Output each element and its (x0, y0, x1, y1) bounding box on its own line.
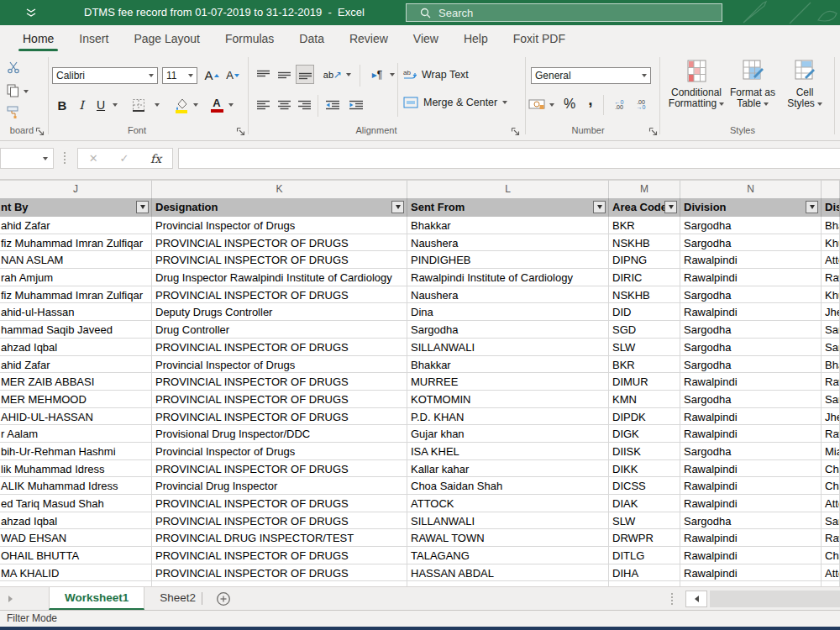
bottom-align-button[interactable] (296, 65, 314, 84)
filter-dropdown-button[interactable] (593, 201, 606, 213)
table-cell[interactable]: Rawalpindi (680, 303, 822, 321)
column-letter-N[interactable]: N (680, 181, 822, 198)
formula-bar-grip[interactable] (64, 152, 66, 164)
table-cell[interactable]: DIPDK (609, 408, 680, 426)
table-cell[interactable]: OHAIL BHUTTA (0, 547, 152, 564)
table-cell[interactable]: DIGK (609, 425, 680, 443)
table-cell[interactable]: Sargodha (680, 286, 822, 304)
table-cell[interactable]: Rawalpindi (680, 269, 822, 286)
underline-dropdown-icon[interactable] (113, 103, 118, 107)
column-letter-J[interactable]: J (0, 181, 152, 198)
tab-home[interactable]: Home (10, 25, 66, 53)
table-cell[interactable]: Bhakkar (407, 356, 609, 374)
table-cell[interactable]: Attock (822, 495, 840, 512)
increase-font-size-button[interactable]: A (202, 66, 221, 84)
table-cell[interactable]: fiz Muhammad Imran Zulfiqar (0, 234, 152, 252)
table-cell[interactable]: KMN (609, 391, 680, 408)
table-cell[interactable]: Rawalpindi (680, 495, 822, 512)
table-cell[interactable]: Rawalpindi (680, 547, 822, 564)
table-cell[interactable]: BKR (609, 217, 680, 234)
borders-dropdown-icon[interactable] (155, 103, 160, 107)
table-cell[interactable]: SILLANWALI (407, 339, 609, 356)
table-cell[interactable]: MA KHALID (0, 564, 152, 582)
tab-data[interactable]: Data (286, 25, 337, 53)
table-cell[interactable]: PROVINCIAL INSPECTOR OF DRUGS (152, 339, 407, 356)
table-cell[interactable]: Rawalpindi Institute of Cardiology (407, 269, 609, 286)
table-cell[interactable]: SGD (609, 321, 680, 339)
table-cell[interactable]: Sargodha (407, 321, 609, 339)
fill-color-button[interactable] (173, 96, 190, 114)
sheet-tab-worksheet1[interactable]: Worksheet1 (49, 587, 144, 610)
cancel-icon[interactable]: ✕ (89, 152, 98, 165)
table-cell[interactable]: RAWAL TOWN (407, 529, 609, 547)
table-cell[interactable]: Provisional Drug Inspector/DDC (152, 425, 407, 443)
table-cell[interactable]: MER ZAIB ABBASI (0, 373, 152, 391)
table-cell[interactable]: ahid-ul-Hassan (0, 303, 152, 321)
table-cell[interactable]: SILLANWALI (407, 512, 609, 530)
table-cell[interactable]: Kallar kahar (407, 460, 609, 478)
filter-header-area-code[interactable]: Area Code (609, 198, 680, 217)
table-cell[interactable]: HASSAN ABDAL (407, 564, 609, 582)
table-cell[interactable]: NAN ASLAM (0, 251, 152, 269)
table-cell[interactable]: KOTMOMIN (407, 391, 609, 408)
table-cell[interactable]: Sargodha (680, 512, 822, 530)
table-cell[interactable]: Sargodha (680, 217, 822, 234)
table-cell[interactable]: Deputy Drugs Controller (152, 303, 407, 321)
table-cell[interactable]: DIMUR (609, 373, 680, 391)
tab-scrollbar-grip[interactable] (671, 593, 673, 605)
name-box[interactable] (0, 148, 54, 169)
percent-style-button[interactable]: % (561, 96, 578, 113)
formula-input[interactable] (178, 148, 840, 169)
filter-header-sent-from[interactable]: Sent From (407, 198, 609, 217)
filter-dropdown-button[interactable] (391, 201, 404, 213)
bold-button[interactable]: B (55, 97, 69, 113)
table-cell[interactable]: Drug Controller (152, 321, 407, 339)
filter-dropdown-button[interactable] (806, 201, 818, 213)
orientation-button[interactable]: ab↗ (322, 66, 344, 83)
increase-indent-button[interactable] (347, 97, 365, 113)
cut-button[interactable] (5, 60, 22, 75)
table-cell[interactable]: PROVINCIAL INSPECTOR OF DRUGS (152, 512, 407, 530)
table-cell[interactable]: Sargodha (822, 512, 840, 530)
horizontal-scrollbar-thumb[interactable] (710, 591, 840, 607)
table-cell[interactable]: PROVINCIAL DRUG INSPECTOR/TEST (152, 529, 407, 547)
table-cell[interactable]: Naushera (407, 234, 609, 252)
table-cell[interactable]: Rawalpindi (822, 269, 840, 286)
copy-button[interactable] (4, 83, 21, 98)
clipboard-dialog-launcher-icon[interactable] (35, 127, 45, 136)
table-cell[interactable]: Drug Inspector Rawalpindi Institute of C… (152, 269, 407, 286)
search-box[interactable]: Search (406, 3, 722, 22)
alignment-dialog-launcher-icon[interactable] (511, 127, 520, 136)
table-cell[interactable]: ahid Zafar (0, 217, 152, 234)
text-direction-dropdown-icon[interactable] (390, 73, 395, 76)
align-right-button[interactable] (296, 97, 312, 113)
table-cell[interactable]: DICSS (609, 477, 680, 495)
decrease-indent-button[interactable] (323, 97, 342, 113)
table-cell[interactable]: DRWPR (609, 529, 680, 547)
table-cell[interactable]: r Aalam (0, 425, 152, 443)
table-cell[interactable]: Sargodha (680, 443, 822, 460)
table-cell[interactable]: ahzad Iqbal (0, 339, 152, 356)
insert-function-icon[interactable]: fx (150, 152, 161, 165)
format-painter-button[interactable] (4, 104, 23, 119)
font-name-select[interactable]: Calibri (52, 67, 158, 84)
table-cell[interactable]: ATTOCK (407, 495, 609, 512)
table-cell[interactable]: BKR (609, 356, 680, 374)
table-cell[interactable]: rah Amjum (0, 269, 152, 286)
tab-formulas[interactable]: Formulas (213, 25, 286, 53)
cell-styles-button[interactable]: Cell Styles (771, 60, 838, 109)
table-cell[interactable]: Sargodha (822, 321, 840, 339)
underline-button[interactable]: U (94, 97, 108, 113)
table-cell[interactable]: SLW (609, 512, 680, 530)
table-cell[interactable]: bih-Ur-Rehman Hashmi (0, 443, 152, 460)
number-format-select[interactable]: General (531, 67, 651, 84)
fill-color-dropdown-icon[interactable] (193, 103, 198, 107)
table-cell[interactable]: Provincial Inspector of Drugs (152, 217, 407, 234)
scroll-left-button[interactable] (685, 591, 707, 607)
font-color-button[interactable]: A (209, 96, 224, 114)
table-cell[interactable]: PROVINCIAL INSPECTOR OF DRUGS (152, 373, 407, 391)
tab-foxit-pdf[interactable]: Foxit PDF (501, 25, 578, 53)
filter-dropdown-button[interactable] (664, 201, 677, 213)
table-cell[interactable]: DIRIC (609, 269, 680, 286)
table-cell[interactable]: DIPNG (609, 251, 680, 269)
